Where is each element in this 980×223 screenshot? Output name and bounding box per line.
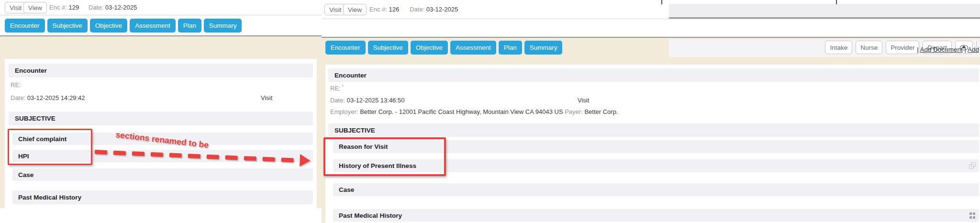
window-edge-mark	[661, 0, 662, 4]
tab-encounter[interactable]: Encounter	[325, 41, 366, 55]
tab-plan[interactable]: Plan	[499, 41, 522, 55]
date-label: Date:	[410, 6, 424, 13]
add-link[interactable]: Add	[968, 46, 979, 53]
left-toolbar: Visit View Enc #: 129 Date: 03-12-2025	[0, 0, 322, 15]
enc-number: 129	[68, 4, 79, 11]
encounter-section-header[interactable]: Encounter	[328, 68, 979, 82]
provider-button[interactable]: Provider	[886, 41, 919, 54]
tab-objective[interactable]: Objective	[411, 41, 448, 55]
subjective-section-header[interactable]: SUBJECTIVE	[328, 123, 979, 137]
left-screenshot: Visit View Enc #: 129 Date: 03-12-2025 E…	[0, 0, 322, 208]
section-past-medical-history[interactable]: Past Medical History	[333, 209, 979, 222]
encounter-section-header[interactable]: Encounter	[9, 64, 313, 78]
add-document-link[interactable]: Add Document	[920, 46, 962, 53]
tab-subjective[interactable]: Subjective	[47, 19, 88, 33]
employer-value: Better Corp. - 12001 Pacific Coast Highw…	[360, 108, 563, 115]
copy-icon[interactable]	[969, 162, 976, 169]
visit-type-value: Visit	[578, 97, 589, 104]
nurse-button[interactable]: Nurse	[856, 41, 882, 54]
tab-assessment[interactable]: Assessment	[450, 41, 496, 55]
grid-icon[interactable]	[969, 212, 976, 219]
right-screenshot: Visit View Enc #: 126 Date: 03-12-2025 E…	[322, 0, 980, 223]
section-case[interactable]: Case	[333, 183, 979, 196]
tab-encounter[interactable]: Encounter	[5, 19, 45, 33]
date-label: Date:	[11, 94, 25, 101]
annotation-box-old-names	[8, 129, 92, 165]
encounter-date: 03-12-2025 14:29:42	[27, 94, 85, 101]
background-window-strip	[669, 4, 980, 19]
date-value: 03-12-2025	[105, 4, 137, 11]
tab-objective[interactable]: Objective	[90, 19, 127, 33]
employer-label: Employer:	[330, 108, 358, 115]
right-tab-bar: Encounter Subjective Objective Assessmen…	[322, 19, 980, 38]
intake-button[interactable]: Intake	[825, 41, 852, 54]
subjective-section-header[interactable]: SUBJECTIVE	[9, 112, 313, 125]
enc-label: Enc #:	[49, 4, 67, 11]
date-label: Date:	[330, 97, 345, 104]
payer-value: Better Corp.	[584, 108, 618, 115]
re-label: RE:	[330, 85, 341, 92]
tab-summary[interactable]: Summary	[524, 41, 563, 55]
date-value: 03-12-2025	[426, 6, 458, 13]
link-separator: |	[963, 46, 968, 53]
re-value: '	[342, 85, 343, 90]
tab-assessment[interactable]: Assessment	[130, 19, 176, 33]
tab-plan[interactable]: Plan	[178, 19, 201, 33]
payer-label: Payer:	[565, 108, 583, 115]
left-tab-bar: Encounter Subjective Objective Assessmen…	[0, 15, 322, 36]
section-past-medical-history[interactable]: Past Medical History	[12, 190, 313, 204]
tab-subjective[interactable]: Subjective	[368, 41, 408, 55]
window-edge-mark	[836, 0, 837, 4]
right-toolbar: Visit View Enc #: 126 Date: 03-12-2025	[322, 0, 980, 19]
annotation-box-new-names	[323, 137, 446, 176]
arrowhead-icon	[300, 154, 311, 167]
re-label: RE:	[11, 81, 21, 89]
section-case[interactable]: Case	[12, 168, 313, 181]
add-links-row: | Add Document | Add	[917, 46, 979, 53]
enc-label: Enc #:	[369, 6, 387, 13]
enc-number: 126	[389, 6, 399, 13]
section-label: Past Medical History	[339, 212, 402, 219]
visit-type-value: Visit	[261, 94, 272, 101]
encounter-date: 03-12-2025 13:46:50	[347, 97, 405, 104]
view-button[interactable]: View	[23, 2, 47, 13]
tab-summary[interactable]: Summary	[204, 19, 242, 33]
view-button[interactable]: View	[343, 4, 367, 15]
date-label: Date:	[89, 4, 103, 11]
